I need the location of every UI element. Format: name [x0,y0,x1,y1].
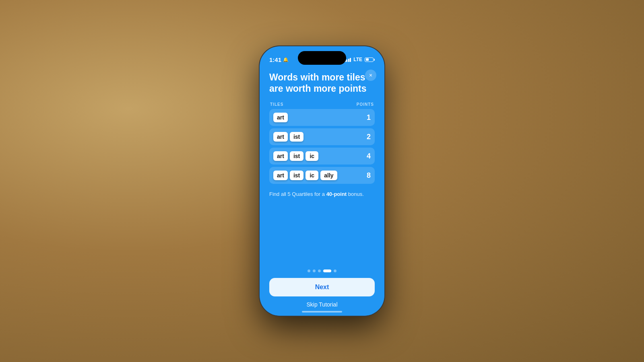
phone-wrapper: 1:41 🔔 LTE [260,46,384,316]
tiles-container-2: art ist [273,132,303,142]
tile-ally-4: ally [320,171,337,180]
dot-1 [308,269,310,272]
home-indicator [302,311,342,313]
points-3: 4 [363,152,371,160]
battery-tip [374,59,375,61]
dot-3 [318,269,321,272]
tiles-container-1: art [273,113,288,122]
points-1: 1 [363,113,371,122]
tile-art-3: art [273,151,288,161]
time-display: 1:41 [269,56,281,63]
word-row-2: art ist 2 [269,128,375,145]
tile-ist-2: ist [290,132,303,142]
tile-art-4: art [273,171,288,180]
signal-bar-2 [346,60,347,62]
battery-body [365,58,374,62]
pagination-dots [269,269,375,272]
points-4: 8 [363,171,371,180]
battery-icon [365,58,375,62]
signal-bar-4 [350,58,351,62]
tile-ist-4: ist [290,171,303,180]
word-rows: art 1 art ist 2 [269,109,375,184]
tiles-container-4: art ist ic ally [273,171,337,180]
spacer [269,206,375,269]
tile-ist-3: ist [290,151,303,161]
table-headers: TILES POINTS [269,102,375,107]
tile-art-2: art [273,132,288,142]
bonus-suffix: bonus. [347,191,364,197]
skip-tutorial-button[interactable]: Skip Tutorial [269,301,375,308]
tile-art-1: art [273,113,288,122]
next-button[interactable]: Next [269,278,375,296]
word-row-4: art ist ic ally 8 [269,167,375,184]
bonus-prefix: Find all 5 Quartiles for a [269,191,326,197]
main-title: Words with more tilesare worth more poin… [269,72,375,94]
status-time: 1:41 🔔 [269,56,289,63]
bonus-text: Find all 5 Quartiles for a 40-point bonu… [269,190,375,198]
points-2: 2 [363,133,371,141]
dot-5 [334,269,336,272]
tile-ic-4: ic [305,171,318,180]
signal-bar-3 [348,59,349,62]
bell-icon: 🔔 [283,57,289,62]
tile-ic-3: ic [305,151,318,161]
close-button[interactable]: × [365,70,376,81]
dynamic-island [298,51,346,65]
dot-4-active [323,269,331,272]
word-row-1: art 1 [269,109,375,126]
header-tiles: TILES [270,102,283,107]
screen-content: Words with more tilesare worth more poin… [260,67,384,316]
header-points: POINTS [357,102,374,107]
battery-fill [366,58,369,61]
bonus-highlight: 40-point [326,191,347,197]
tiles-container-3: art ist ic [273,151,318,161]
lte-label: LTE [353,57,362,62]
word-row-3: art ist ic 4 [269,148,375,165]
phone-screen: 1:41 🔔 LTE [260,46,384,316]
dot-2 [313,269,316,272]
status-right: LTE [345,57,375,62]
phone-device: 1:41 🔔 LTE [260,46,384,316]
